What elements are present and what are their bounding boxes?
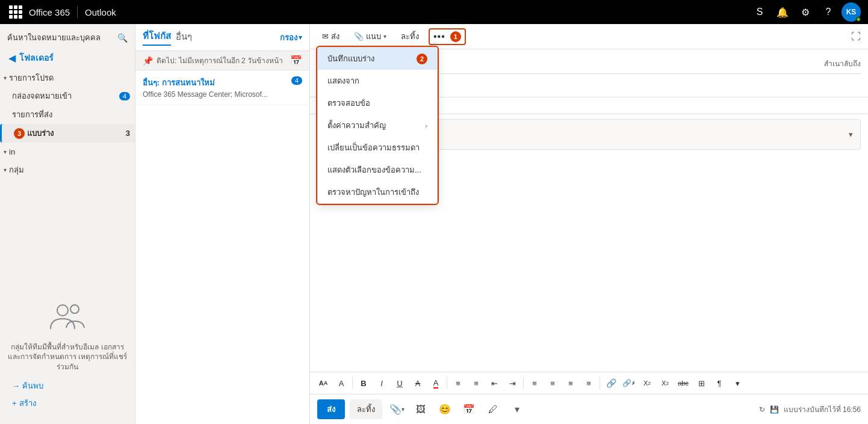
chevron-right-icon: › bbox=[425, 122, 427, 129]
tab-other[interactable]: อื่นๆ bbox=[176, 29, 192, 45]
fmt-more-formatting[interactable]: ▾ bbox=[729, 375, 746, 392]
in-label: in bbox=[9, 147, 15, 156]
sidebar-item-inbox[interactable]: กล่องจดหมายเข้า 4 bbox=[0, 87, 135, 105]
fmt-superscript[interactable]: X2 bbox=[639, 375, 656, 392]
paperclip-icon: 📎 bbox=[354, 32, 364, 41]
calendar-btn[interactable]: 📅 bbox=[459, 400, 479, 419]
back-icon: ◀ bbox=[8, 52, 16, 64]
send-icon: ✉ bbox=[322, 32, 329, 41]
chevron-icon-groups: ▾ bbox=[4, 167, 7, 173]
send-toolbar-btn[interactable]: ✉ ส่ง bbox=[317, 28, 344, 45]
main-layout: ค้นหาในจดหมายและบุคคล 🔍 ◀ โฟลเดอร์ ▾ ราย… bbox=[0, 24, 868, 424]
drafts-count: 3 bbox=[120, 129, 130, 138]
create-link[interactable]: + สร้าง bbox=[7, 395, 128, 412]
suite-title: Office 365 bbox=[29, 7, 70, 17]
app-name: Outlook bbox=[85, 7, 116, 17]
sidebar-item-drafts[interactable]: 3 แบบร่าง 3 bbox=[0, 124, 135, 143]
folder-header[interactable]: ◀ โฟลเดอร์ bbox=[5, 49, 130, 67]
favorites-header[interactable]: ▾ รายการโปรด bbox=[0, 69, 135, 87]
folder-section: ◀ โฟลเดอร์ bbox=[0, 49, 135, 67]
fmt-decrease-indent[interactable]: ⇤ bbox=[486, 375, 503, 392]
paperclip-icon: 📎 bbox=[389, 404, 401, 415]
dropdown-menu: บันทึกแบบร่าง 2 แสดงจาก ตรวจสอบข้อ ตั้งค… bbox=[317, 47, 438, 204]
in-group: ▾ in bbox=[0, 145, 135, 159]
bell-icon[interactable]: 🔔 bbox=[773, 2, 792, 22]
fmt-bullet-list[interactable]: ≡ bbox=[450, 375, 467, 392]
chevron-icon: ▾ bbox=[4, 149, 7, 155]
dropdown-set-priority[interactable]: ตั้งค่าความสำคัญ › bbox=[318, 114, 437, 137]
fmt-align-center[interactable]: ≡ bbox=[544, 375, 561, 392]
save-icon: 💾 bbox=[770, 405, 779, 414]
dropdown-spell-check[interactable]: ตรวจสอบข้อ bbox=[318, 92, 437, 114]
fmt-subscript[interactable]: X2 bbox=[657, 375, 674, 392]
email-badge: 4 bbox=[291, 76, 302, 85]
fmt-italic[interactable]: I bbox=[373, 375, 390, 392]
online-indicator bbox=[856, 17, 861, 22]
gear-icon[interactable]: ⚙ bbox=[796, 2, 815, 22]
more-button[interactable]: ••• 1 bbox=[429, 28, 466, 45]
reminder-text: ติดไป: ไม่มีเหตุการณ์ในอีก 2 วันข้างหน้า bbox=[157, 55, 283, 66]
sidebar-search-area[interactable]: ค้นหาในจดหมายและบุคคล 🔍 bbox=[0, 29, 135, 49]
fmt-align-justify[interactable]: ≡ bbox=[580, 375, 597, 392]
more-bottom-btn[interactable]: ▾ bbox=[507, 400, 527, 419]
fmt-numbered-list[interactable]: ≡ bbox=[468, 375, 485, 392]
favorites-label: รายการโปรด bbox=[9, 72, 54, 84]
bottom-toolbar: ส่ง ละทิ้ง 📎 ▾ 🖼 😊 📅 🖊 ▾ ↻ 💾 แบบร่างบันท… bbox=[310, 394, 868, 424]
people-icon bbox=[7, 302, 128, 337]
compose-toolbar: ✉ ส่ง 📎 แนบ ▾ ละทิ้ง ••• 1 ⛶ bbox=[310, 24, 868, 49]
filter-button[interactable]: กรอง ▾ bbox=[280, 31, 302, 44]
fmt-strikethrough[interactable]: A bbox=[409, 375, 426, 392]
find-link[interactable]: → ค้นพบ bbox=[7, 377, 128, 395]
email-item-header: อื่นๆ: การสนทนาใหม่ 4 bbox=[143, 76, 302, 89]
emoji-btn[interactable]: 😊 bbox=[435, 400, 454, 419]
email-item[interactable]: อื่นๆ: การสนทนาใหม่ 4 Office 365 Message… bbox=[135, 70, 309, 105]
send-button[interactable]: ส่ง bbox=[317, 399, 345, 419]
fmt-font-color[interactable]: A bbox=[427, 375, 444, 392]
fmt-underline[interactable]: U bbox=[391, 375, 408, 392]
compose-expand-btn[interactable]: ⛶ bbox=[851, 31, 861, 42]
chevron-down-icon: ▾ bbox=[4, 75, 7, 81]
fmt-insert-link[interactable]: 🔗 bbox=[603, 375, 619, 392]
help-icon[interactable]: ? bbox=[819, 2, 838, 22]
dropdown-accessibility[interactable]: ตรวจหาปัญหาในการเข้าถึง bbox=[318, 181, 437, 203]
fmt-increase-indent[interactable]: ⇥ bbox=[504, 375, 521, 392]
fmt-align-left[interactable]: ≡ bbox=[526, 375, 543, 392]
email-tabs: ที่โฟกัส อื่นๆ กรอง ▾ bbox=[135, 24, 309, 51]
paperclip-chevron: ▾ bbox=[401, 406, 405, 413]
groups-label: กลุ่ม bbox=[9, 164, 24, 176]
avatar[interactable]: KS bbox=[842, 2, 861, 22]
in-header[interactable]: ▾ in bbox=[0, 145, 135, 159]
dropdown-plain-text[interactable]: เปลี่ยนเป็นข้อความธรรมดา bbox=[318, 137, 437, 159]
svg-point-1 bbox=[70, 305, 79, 313]
dropdown-show-bcc[interactable]: แสดงตัวเลือกของข้อความ... bbox=[318, 159, 437, 181]
autosave-text: แบบร่างบันทึกไว้ที่ 16:56 bbox=[784, 404, 861, 415]
waffle-menu[interactable] bbox=[7, 4, 24, 20]
attach-bottom-icon[interactable]: 📎 ▾ bbox=[387, 400, 406, 419]
tab-focused[interactable]: ที่โฟกัส bbox=[143, 29, 171, 46]
skype-icon[interactable]: S bbox=[750, 2, 769, 22]
discard-button[interactable]: ละทิ้ง bbox=[350, 399, 382, 419]
attachment-chevron-icon[interactable]: ▾ bbox=[849, 130, 853, 139]
fmt-font-size-decrease[interactable]: A bbox=[333, 375, 350, 392]
fmt-clear-formatting[interactable]: abc bbox=[675, 375, 692, 392]
fmt-bold[interactable]: B bbox=[355, 375, 372, 392]
groups-header[interactable]: ▾ กลุ่ม bbox=[0, 161, 135, 179]
drafts-number-badge: 3 bbox=[14, 128, 25, 139]
fmt-font-size-increase[interactable]: AA bbox=[315, 375, 332, 392]
dropdown-save-draft[interactable]: บันทึกแบบร่าง 2 bbox=[318, 48, 437, 70]
fmt-remove-link[interactable]: 🔗✗ bbox=[621, 375, 637, 392]
attach-toolbar-btn[interactable]: 📎 แนบ ▾ bbox=[349, 28, 391, 45]
image-btn[interactable]: 🖼 bbox=[411, 400, 430, 419]
favorites-group: ▾ รายการโปรด กล่องจดหมายเข้า 4 รายการที่… bbox=[0, 69, 135, 143]
sidebar: ค้นหาในจดหมายและบุคคล 🔍 ◀ โฟลเดอร์ ▾ ราย… bbox=[0, 24, 135, 424]
dropdown-show-from[interactable]: แสดงจาก bbox=[318, 70, 437, 92]
fmt-table[interactable]: ⊞ bbox=[693, 375, 710, 392]
sent-label: รายการที่ส่ง bbox=[12, 108, 52, 121]
email-preview: Office 365 Message Center; Microsof... bbox=[143, 90, 302, 99]
fmt-paragraph[interactable]: ¶ bbox=[711, 375, 728, 392]
sidebar-bottom: กลุ่มให้ทีมมีพื้นที่สำหรับอีเมล เอกสาร แ… bbox=[0, 295, 135, 419]
sidebar-item-sent[interactable]: รายการที่ส่ง bbox=[0, 105, 135, 124]
fmt-align-right[interactable]: ≡ bbox=[562, 375, 579, 392]
font-color-btn[interactable]: 🖊 bbox=[483, 400, 503, 419]
discard-toolbar-btn[interactable]: ละทิ้ง bbox=[396, 28, 424, 45]
